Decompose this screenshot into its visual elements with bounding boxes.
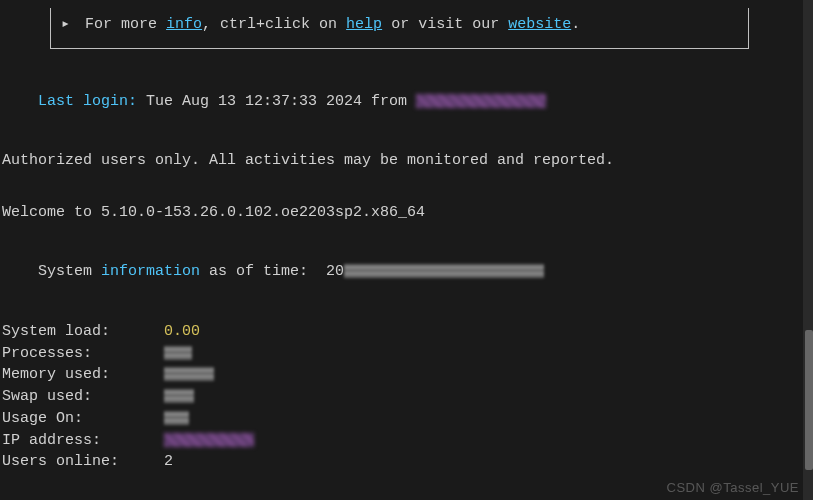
redacted-value [164, 367, 214, 381]
help-link[interactable]: help [346, 16, 382, 33]
system-stats: System load: 0.00 Processes: Memory used… [2, 321, 811, 473]
tip-box: ▸ For more info, ctrl+click on help or v… [50, 8, 749, 49]
stat-label: IP address: [2, 430, 137, 452]
welcome-line: Welcome to 5.10.0-153.26.0.102.oe2203sp2… [2, 202, 811, 224]
stat-users: Users online: 2 [2, 451, 811, 473]
tip-text: For more [85, 16, 166, 33]
redacted-value [164, 389, 194, 403]
stat-label: Processes: [2, 343, 137, 365]
auth-notice: Authorized users only. All activities ma… [2, 150, 811, 172]
last-login-value: Tue Aug 13 12:37:33 2024 from [137, 93, 416, 110]
stat-load: System load: 0.00 [2, 321, 811, 343]
stat-value: 0.00 [164, 323, 200, 340]
stat-label: Memory used: [2, 364, 137, 386]
info-link[interactable]: info [166, 16, 202, 33]
stat-label: Users online: [2, 451, 137, 473]
stat-usage: Usage On: [2, 408, 811, 430]
stat-label: System load: [2, 321, 137, 343]
information-word: information [101, 263, 200, 280]
scrollbar-track[interactable] [803, 0, 813, 500]
scrollbar-thumb[interactable] [805, 330, 813, 470]
tip-text: . [571, 16, 580, 33]
terminal-window[interactable]: ▸ For more info, ctrl+click on help or v… [2, 8, 811, 498]
system-info-header: System information as of time: 20 [2, 240, 811, 305]
sysinfo-post: as of time: [200, 263, 326, 280]
stat-processes: Processes: [2, 343, 811, 365]
stat-memory: Memory used: [2, 364, 811, 386]
bullet-icon: ▸ [61, 16, 70, 33]
tip-text: , ctrl+click on [202, 16, 346, 33]
sysinfo-pre: System [38, 263, 101, 280]
tip-text: or visit our [382, 16, 508, 33]
redacted-ip [164, 433, 254, 447]
last-login-line: Last login: Tue Aug 13 12:37:33 2024 fro… [2, 69, 811, 134]
website-link[interactable]: website [508, 16, 571, 33]
last-login-label: Last login: [38, 93, 137, 110]
redacted-value [164, 411, 189, 425]
stat-ip: IP address: [2, 430, 811, 452]
stat-label: Swap used: [2, 386, 137, 408]
redacted-time [344, 264, 544, 278]
redacted-value [164, 346, 192, 360]
stat-label: Usage On: [2, 408, 137, 430]
sysinfo-time-prefix: 20 [326, 263, 344, 280]
watermark: CSDN @Tassel_YUE [667, 479, 799, 498]
redacted-ip [416, 94, 546, 108]
stat-value: 2 [164, 453, 173, 470]
stat-swap: Swap used: [2, 386, 811, 408]
